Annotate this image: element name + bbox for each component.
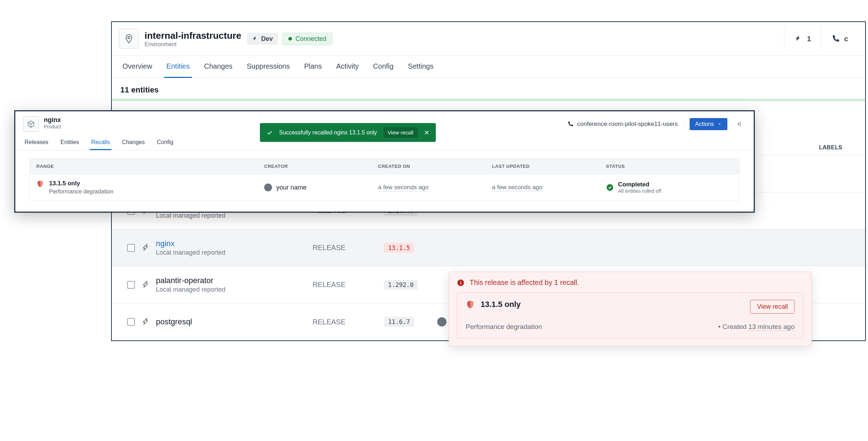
avatar-icon xyxy=(437,317,446,326)
status-dot-icon xyxy=(288,37,292,41)
column-range: RANGE xyxy=(30,159,258,174)
recall-row[interactable]: 13.1.5 only Performance degradation your… xyxy=(30,174,739,201)
conference-link[interactable]: conference-room-pilot-spoke11-users xyxy=(567,121,684,128)
tab-plans[interactable]: Plans xyxy=(302,56,324,78)
check-icon xyxy=(266,129,273,136)
last-updated-time: a few seconds ago xyxy=(492,184,543,191)
tab-changes[interactable]: Changes xyxy=(121,136,146,150)
creator-name: your name xyxy=(276,184,307,191)
row-type: RELEASE xyxy=(313,244,384,252)
tab-config[interactable]: Config xyxy=(371,56,396,78)
phone-icon xyxy=(831,34,840,43)
version-chip: 11.6.7 xyxy=(384,317,414,327)
row-subtitle: Local managed reported xyxy=(156,249,225,256)
environment-subtitle: Environment xyxy=(145,41,241,48)
tab-suppressions[interactable]: Suppressions xyxy=(245,56,292,78)
tab-recalls[interactable]: Recalls xyxy=(90,136,111,150)
dev-badge: Dev xyxy=(247,33,278,45)
row-subtitle: Local managed reported xyxy=(156,286,225,293)
tab-entities[interactable]: Entities xyxy=(164,56,192,78)
product-icon xyxy=(23,116,39,132)
connected-badge: Connected xyxy=(282,33,333,45)
recall-created: • Created 13 minutes ago xyxy=(718,323,795,331)
range-title: 13.1.5 only xyxy=(49,180,114,187)
cube-icon xyxy=(27,120,35,128)
hammer-icon xyxy=(794,34,803,43)
tab-settings[interactable]: Settings xyxy=(406,56,435,78)
row-checkbox[interactable] xyxy=(127,318,135,326)
hammer-icon xyxy=(142,317,151,326)
tab-overview[interactable]: Overview xyxy=(120,56,154,78)
column-created-on: CREATED ON xyxy=(372,159,486,174)
status-sub: All entities rolled off xyxy=(618,188,661,194)
environment-tabs: Overview Entities Changes Suppressions P… xyxy=(112,56,865,78)
row-type: RELEASE xyxy=(313,318,384,326)
view-recall-button[interactable]: View recall xyxy=(750,300,795,314)
toast-view-recall-button[interactable]: View recall xyxy=(383,127,418,138)
row-title[interactable]: nginx xyxy=(156,239,225,248)
check-circle-icon xyxy=(606,184,614,191)
version-chip: 1.292.0 xyxy=(384,280,418,290)
info-icon xyxy=(457,279,465,287)
row-title: palantir-operator xyxy=(156,276,225,285)
svg-point-0 xyxy=(128,37,130,39)
tab-activity[interactable]: Activity xyxy=(334,56,361,78)
column-labels: LABELS xyxy=(819,144,857,151)
hammer-icon xyxy=(142,280,151,289)
recall-description: Performance degradation xyxy=(466,323,542,331)
entities-count: 11 entities xyxy=(112,78,865,99)
product-title: nginx xyxy=(44,116,61,124)
hammer-icon xyxy=(142,243,151,253)
avatar-icon xyxy=(264,184,272,191)
chevron-down-icon xyxy=(717,122,722,126)
dev-label: Dev xyxy=(261,35,273,43)
panel-collapse-button[interactable] xyxy=(733,121,746,128)
header-build-count[interactable]: 1 xyxy=(784,26,821,51)
column-last-updated: LAST UPDATED xyxy=(486,159,600,174)
recall-card: 13.1.5 only View recall Performance degr… xyxy=(457,292,804,338)
shield-icon xyxy=(36,180,44,188)
status-title: Completed xyxy=(618,181,661,188)
row-subtitle: Local managed reported xyxy=(156,212,225,219)
environment-icon xyxy=(119,29,139,49)
row-title: postgresql xyxy=(156,317,192,326)
svg-rect-3 xyxy=(460,282,461,284)
created-on-time: a few seconds ago xyxy=(378,184,429,191)
environment-title: internal-infrastructure xyxy=(145,30,241,41)
tab-config[interactable]: Config xyxy=(156,136,175,150)
tab-releases[interactable]: Releases xyxy=(23,136,50,150)
tab-entities[interactable]: Entities xyxy=(59,136,80,150)
toast-close-button[interactable]: ✕ xyxy=(424,129,429,137)
connected-label: Connected xyxy=(296,35,326,43)
shield-icon xyxy=(466,300,475,309)
tab-changes[interactable]: Changes xyxy=(202,56,235,78)
success-toast: Successfully recalled nginx 13.1.5 only … xyxy=(260,123,436,142)
recall-heading: This release is affected by 1 recall. xyxy=(470,278,579,287)
recall-popover: This release is affected by 1 recall. 13… xyxy=(449,272,812,346)
range-sub: Performance degradation xyxy=(49,188,114,195)
row-checkbox[interactable] xyxy=(127,281,135,289)
table-row[interactable]: nginx Local managed reported RELEASE 13.… xyxy=(112,229,865,266)
environment-header: internal-infrastructure Environment Dev … xyxy=(112,22,865,56)
recalls-table: RANGE CREATOR CREATED ON LAST UPDATED ST… xyxy=(30,158,739,201)
actions-button[interactable]: Actions xyxy=(690,118,727,130)
svg-rect-4 xyxy=(460,281,461,281)
phone-icon xyxy=(567,121,574,127)
column-creator: CREATOR xyxy=(258,159,372,174)
header-call-count[interactable]: c xyxy=(821,26,858,51)
toast-message: Successfully recalled nginx 13.1.5 only xyxy=(279,129,377,136)
version-chip: 13.1.5 xyxy=(384,243,414,253)
product-subtitle: Product xyxy=(44,124,61,129)
row-checkbox[interactable] xyxy=(127,244,135,252)
column-status: STATUS xyxy=(600,159,739,174)
recall-title: 13.1.5 only xyxy=(481,300,521,309)
row-type: RELEASE xyxy=(313,281,384,289)
